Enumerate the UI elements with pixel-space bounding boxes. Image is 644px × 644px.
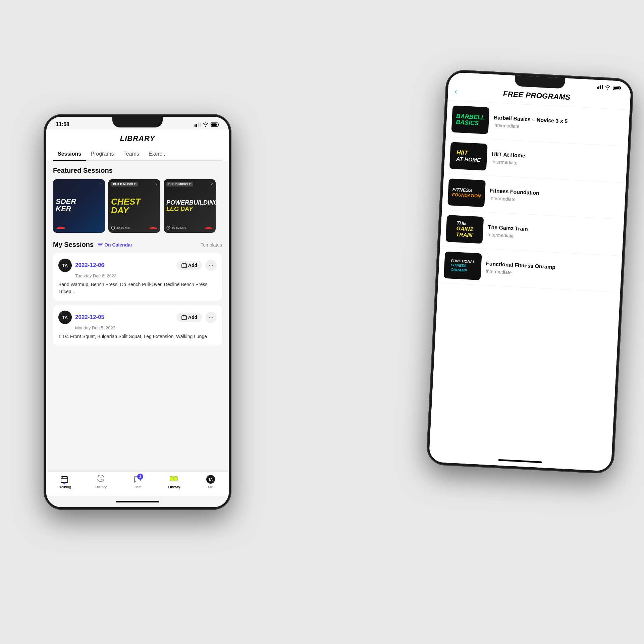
library-nav-icon — [170, 475, 178, 484]
svg-rect-3 — [200, 122, 201, 127]
calendar-add-icon-2 — [181, 315, 187, 320]
program-thumb-4: THE GAINZ TRAIN — [445, 215, 484, 244]
card2-title: CHEST — [111, 197, 158, 206]
library-title: LIBRARY — [53, 132, 222, 148]
featured-section-title: Featured Sessions — [53, 167, 222, 174]
clock-icon-2 — [111, 226, 115, 230]
home-bar-right — [498, 459, 542, 463]
avatar-2: TA — [58, 311, 72, 324]
wifi-icon — [203, 122, 209, 127]
session-date-2[interactable]: 2022-12-05 — [75, 314, 173, 321]
program-info-5: Functional Fitness Onramp Intermediate — [485, 260, 616, 281]
back-button[interactable]: ‹ — [454, 87, 458, 96]
add-button-1[interactable]: Add — [177, 261, 202, 270]
tab-teams[interactable]: Teams — [119, 148, 144, 160]
right-battery-icon — [613, 86, 622, 90]
battery-icon — [211, 122, 219, 127]
filter-label: On Calendar — [104, 242, 132, 248]
svg-rect-28 — [600, 85, 601, 89]
me-nav-icon: TA — [206, 475, 215, 484]
filter-icon — [98, 243, 103, 247]
svg-rect-29 — [602, 85, 603, 89]
library-icon — [170, 475, 178, 483]
featured-card-1[interactable]: ✕ SDER KER — [53, 179, 105, 233]
notch-left — [112, 117, 163, 127]
svg-rect-23 — [170, 476, 173, 481]
header-spacer — [616, 100, 624, 100]
phones-container: 11:58 LIBRARY Sessions Programs Teams Ex… — [0, 0, 644, 644]
avatar-1: TA — [58, 259, 72, 272]
scroll-content[interactable]: Featured Sessions ✕ SDER KER — [46, 161, 229, 471]
history-nav-icon — [97, 475, 105, 484]
tab-sessions[interactable]: Sessions — [53, 148, 86, 160]
nav-history-label: History — [95, 485, 107, 489]
add-label-2: Add — [188, 315, 197, 320]
left-header: LIBRARY Sessions Programs Teams Exerc... — [46, 129, 229, 161]
history-icon — [97, 475, 105, 483]
session-item-2[interactable]: TA 2022-12-05 Add ··· Monday Dec 5, 2022… — [53, 305, 222, 345]
filter-button[interactable]: On Calendar — [98, 242, 132, 248]
signal-icon — [195, 122, 201, 127]
session-item-1[interactable]: TA 2022-12-06 Add ··· Tuesday Dec 6, 202… — [53, 253, 222, 301]
svg-rect-0 — [195, 124, 196, 127]
program-thumb-1: BARBELL BASICS — [451, 105, 489, 134]
card3-badge: BUILD MUSCLE — [166, 182, 193, 186]
session-exercises-1: Band Warmup, Bench Press, Db Bench Pull-… — [58, 281, 217, 295]
more-button-1[interactable]: ··· — [205, 260, 217, 271]
left-phone-screen: 11:58 LIBRARY Sessions Programs Teams Ex… — [46, 117, 229, 507]
add-button-2[interactable]: Add — [177, 313, 202, 322]
nav-history[interactable]: History — [91, 475, 111, 489]
featured-card-3[interactable]: BUILD MUSCLE ✕ POWERBUILDING LEG DAY 30-… — [164, 179, 216, 233]
nav-training-label: Training — [58, 485, 71, 489]
nav-library-label: Library — [168, 485, 180, 489]
templates-button[interactable]: Templates — [201, 242, 222, 248]
right-phone: ‹ FREE PROGRAMS BARBELL BASICS — [426, 69, 634, 474]
shoe-icon-1 — [56, 225, 66, 230]
svg-rect-24 — [174, 476, 177, 481]
bottom-nav: Training History 3 Chat — [46, 471, 229, 496]
program-list[interactable]: BARBELL BASICS Barbell Basics – Novice 3… — [429, 100, 630, 460]
tabs-row: Sessions Programs Teams Exerc... — [53, 148, 222, 161]
nav-training[interactable]: Training — [54, 475, 74, 489]
clock-icon-3 — [166, 226, 170, 230]
left-phone: 11:58 LIBRARY Sessions Programs Teams Ex… — [44, 114, 231, 510]
program-info-3: Fitness Foundation Intermediate — [489, 187, 620, 208]
shoe-icon-2 — [148, 225, 158, 230]
session-date-1[interactable]: 2022-12-06 — [75, 262, 173, 269]
nav-chat[interactable]: 3 Chat — [127, 475, 148, 489]
add-label-1: Add — [188, 263, 197, 268]
status-icons — [195, 122, 219, 127]
training-nav-icon — [60, 475, 69, 484]
session-exercises-2: 1 1/4 Front Squat, Bulgarian Split Squat… — [58, 333, 217, 340]
my-sessions-title: My Sessions — [53, 241, 94, 249]
svg-rect-19 — [61, 477, 68, 483]
card1-title: SDER — [56, 198, 102, 205]
tab-exercises[interactable]: Exerc... — [144, 148, 171, 160]
nav-me-label: Me — [208, 485, 213, 489]
nav-library[interactable]: Library — [164, 475, 184, 489]
card2-badge: BUILD MUSCLE — [111, 182, 138, 186]
my-sessions-header: My Sessions On Calendar Templates — [53, 241, 222, 249]
featured-card-2[interactable]: BUILD MUSCLE ✕ CHEST DAY 30-60 MIN — [108, 179, 160, 233]
svg-rect-26 — [597, 87, 598, 89]
card2-duration: 30-60 MIN — [116, 226, 130, 229]
svg-rect-5 — [211, 123, 217, 126]
nav-chat-label: Chat — [133, 485, 141, 489]
session-day-1: Tuesday Dec 6, 2022 — [75, 273, 217, 278]
right-signal-icon — [597, 85, 603, 89]
card3-subtitle: LEG DAY — [166, 206, 213, 212]
svg-rect-11 — [182, 264, 186, 268]
tab-programs[interactable]: Programs — [86, 148, 118, 160]
program-thumb-2: HIIT AT HOME — [449, 142, 488, 171]
program-info-2: HIIT At Home Intermediate — [491, 151, 622, 171]
featured-sessions-row: ✕ SDER KER — [53, 179, 222, 233]
me-avatar: TA — [206, 475, 215, 484]
card2-bottom: 30-60 MIN — [111, 225, 158, 230]
more-button-2[interactable]: ··· — [205, 312, 217, 323]
svg-rect-15 — [182, 316, 186, 320]
card1-subtitle: KER — [56, 205, 102, 213]
session-day-2: Monday Dec 5, 2022 — [75, 325, 217, 330]
training-dot — [63, 482, 65, 484]
nav-me[interactable]: TA Me — [201, 475, 221, 489]
card3-bottom: 30-60 MIN — [166, 225, 213, 230]
